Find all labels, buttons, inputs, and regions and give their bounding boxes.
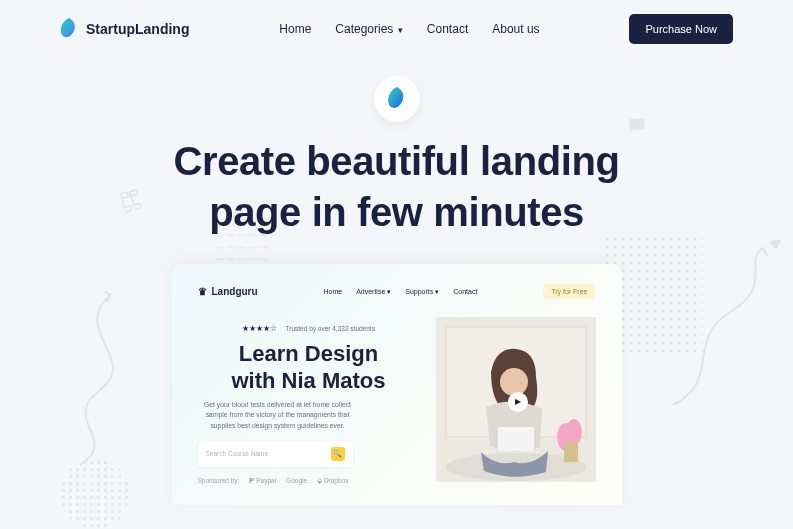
rating-row: ★★★★☆ Trusted by over 4,332 students [198,317,420,335]
nav-categories-label: Categories [335,22,393,36]
preview-body: ★★★★☆ Trusted by over 4,332 students Lea… [198,317,596,484]
chat-icon [626,115,648,143]
hero-title-l2: page in few minutes [209,190,584,234]
search-icon[interactable]: 🔍 [331,447,345,461]
preview-nav-home[interactable]: Home [323,288,342,296]
arrow-squiggle-left [50,290,170,470]
preview-subtext: Get your blood tests delivered at let ho… [198,400,358,431]
preview-heading: Learn Design with Nia Matos [198,341,420,394]
play-icon[interactable]: ▶ [508,392,528,412]
nav-home[interactable]: Home [279,22,311,36]
preview-nav: ♛ Landguru Home Advertise ▾ Supports ▾ C… [198,284,596,299]
sponsors-row: Sponsored by: 𝗣 Paypal Google ⬙ Dropbox [198,477,420,485]
logo-icon [60,18,78,40]
nav-links: Home Categories ▾ Contact About us [279,22,539,36]
sponsor-paypal: 𝗣 Paypal [249,477,276,485]
brand[interactable]: StartupLanding [60,18,189,40]
sponsor-google: Google [286,477,307,484]
preview-cta[interactable]: Try for Free [543,284,595,299]
sponsored-label: Sponsored by: [198,477,240,484]
preview-image: ▶ [436,317,596,482]
main-nav: StartupLanding Home Categories ▾ Contact… [0,0,793,58]
search-placeholder: Search Course Name [206,450,269,457]
preview-card: ♛ Landguru Home Advertise ▾ Supports ▾ C… [172,264,622,504]
svg-rect-4 [498,427,534,451]
search-input[interactable]: Search Course Name 🔍 [198,441,353,467]
wave-pattern: 〜〜〜〜〜〜〜〜〜〜〜〜〜〜〜 [215,230,270,266]
preview-brand: ♛ Landguru [198,286,258,297]
svg-point-6 [566,419,582,445]
preview-nav-advertise[interactable]: Advertise ▾ [356,288,391,296]
preview-left: ★★★★☆ Trusted by over 4,332 students Lea… [198,317,420,484]
hero-logo [374,76,420,122]
trust-text: Trusted by over 4,332 students [286,325,375,332]
preview-brand-name: Landguru [212,286,258,297]
preview-nav-links: Home Advertise ▾ Supports ▾ Contact [323,288,477,296]
brand-name: StartupLanding [86,21,189,37]
preview-heading-l2: with Nia Matos [231,368,385,393]
nav-contact[interactable]: Contact [427,22,468,36]
hero-title-l1: Create beautiful landing [173,139,619,183]
crown-icon: ♛ [198,286,207,297]
preview-heading-l1: Learn Design [239,341,378,366]
purchase-button[interactable]: Purchase Now [629,14,733,44]
nav-categories[interactable]: Categories ▾ [335,22,403,36]
svg-rect-7 [564,442,578,462]
preview-nav-supports[interactable]: Supports ▾ [405,288,439,296]
arrow-squiggle-right [663,240,783,410]
sponsor-dropbox: ⬙ Dropbox [317,477,348,485]
nav-about[interactable]: About us [492,22,539,36]
preview-nav-contact[interactable]: Contact [453,288,477,296]
chevron-down-icon: ▾ [395,25,403,35]
star-icons: ★★★★☆ [242,324,277,333]
